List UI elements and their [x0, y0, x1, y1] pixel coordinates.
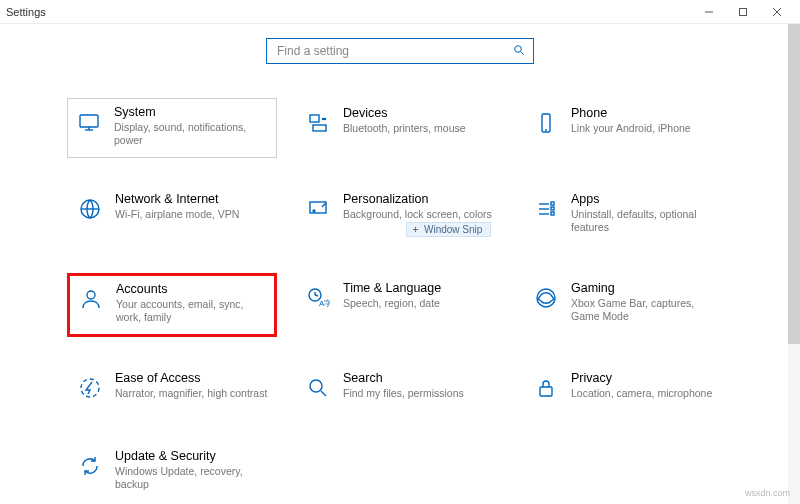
tile-desc: Display, sound, notifications, power [114, 121, 270, 147]
svg-rect-34 [540, 387, 552, 396]
search-icon [513, 44, 525, 59]
svg-point-11 [322, 118, 323, 119]
globe-icon [75, 194, 105, 224]
scrollbar[interactable] [788, 24, 800, 504]
window-snip-label: Window Snip [424, 224, 482, 235]
tile-desc: Windows Update, recovery, backup [115, 465, 269, 491]
svg-rect-22 [551, 202, 554, 205]
svg-rect-23 [551, 207, 554, 210]
tile-title: Devices [343, 106, 466, 120]
svg-point-32 [310, 380, 322, 392]
tile-desc: Speech, region, date [343, 297, 441, 310]
svg-rect-6 [80, 115, 98, 127]
tile-update-security[interactable]: Update & Security Windows Update, recove… [67, 441, 277, 503]
tile-search[interactable]: Search Find my files, permissions [295, 363, 505, 415]
svg-rect-1 [740, 8, 747, 15]
window-snip-overlay: Window Snip [406, 222, 491, 237]
svg-point-4 [515, 45, 522, 52]
settings-grid: System Display, sound, notifications, po… [0, 74, 800, 503]
gaming-icon [531, 283, 561, 313]
window-title: Settings [6, 6, 46, 18]
lock-icon [531, 373, 561, 403]
minimize-button[interactable] [692, 0, 726, 24]
display-icon [74, 107, 104, 137]
tile-title: Network & Internet [115, 192, 239, 206]
tile-time-language[interactable]: A字 Time & Language Speech, region, date [295, 273, 505, 337]
tile-desc: Link your Android, iPhone [571, 122, 691, 135]
svg-rect-24 [551, 212, 554, 215]
tile-desc: Location, camera, microphone [571, 387, 712, 400]
tile-title: Gaming [571, 281, 725, 295]
maximize-button[interactable] [726, 0, 760, 24]
tile-title: Ease of Access [115, 371, 267, 385]
tile-gaming[interactable]: Gaming Xbox Game Bar, captures, Game Mod… [523, 273, 733, 337]
tile-desc: Find my files, permissions [343, 387, 464, 400]
svg-point-12 [324, 118, 325, 119]
update-icon [75, 451, 105, 481]
tile-phone[interactable]: Phone Link your Android, iPhone [523, 98, 733, 158]
svg-rect-10 [313, 125, 326, 131]
devices-icon [303, 108, 333, 138]
tile-desc: Wi-Fi, airplane mode, VPN [115, 208, 239, 221]
search-category-icon [303, 373, 333, 403]
svg-rect-9 [310, 115, 319, 122]
ease-of-access-icon [75, 373, 105, 403]
tile-desc: Narrator, magnifier, high contrast [115, 387, 267, 400]
tile-desc: Xbox Game Bar, captures, Game Mode [571, 297, 725, 323]
tile-desc: Background, lock screen, colors [343, 208, 492, 221]
tile-title: Accounts [116, 282, 268, 296]
tile-title: Phone [571, 106, 691, 120]
svg-point-30 [537, 289, 555, 307]
tile-desc: Your accounts, email, sync, work, family [116, 298, 268, 324]
svg-point-31 [81, 379, 99, 397]
tile-title: Privacy [571, 371, 712, 385]
tile-title: Personalization [343, 192, 492, 206]
tile-desc: Bluetooth, printers, mouse [343, 122, 466, 135]
phone-icon [531, 108, 561, 138]
tile-network[interactable]: Network & Internet Wi-Fi, airplane mode,… [67, 184, 277, 246]
watermark: wsxdn.com [745, 488, 790, 498]
search-box[interactable] [266, 38, 534, 64]
titlebar: Settings [0, 0, 800, 24]
tile-system[interactable]: System Display, sound, notifications, po… [67, 98, 277, 158]
svg-text:A字: A字 [319, 299, 330, 308]
tile-privacy[interactable]: Privacy Location, camera, microphone [523, 363, 733, 415]
paintbrush-icon [303, 194, 333, 224]
tile-title: Time & Language [343, 281, 441, 295]
svg-line-33 [321, 391, 326, 396]
search-area [0, 24, 800, 74]
svg-point-18 [313, 210, 315, 212]
svg-point-25 [87, 291, 95, 299]
tile-devices[interactable]: Devices Bluetooth, printers, mouse [295, 98, 505, 158]
person-icon [76, 284, 106, 314]
close-button[interactable] [760, 0, 794, 24]
svg-line-28 [315, 295, 318, 296]
tile-title: Apps [571, 192, 725, 206]
svg-line-5 [521, 51, 524, 54]
tile-title: System [114, 105, 270, 119]
tile-ease-of-access[interactable]: Ease of Access Narrator, magnifier, high… [67, 363, 277, 415]
apps-icon [531, 194, 561, 224]
tile-apps[interactable]: Apps Uninstall, defaults, optional featu… [523, 184, 733, 246]
time-language-icon: A字 [303, 283, 333, 313]
scrollbar-thumb[interactable] [788, 24, 800, 344]
tile-accounts[interactable]: Accounts Your accounts, email, sync, wor… [67, 273, 277, 337]
tile-personalization[interactable]: Personalization Background, lock screen,… [295, 184, 505, 246]
tile-title: Update & Security [115, 449, 269, 463]
tile-desc: Uninstall, defaults, optional features [571, 208, 725, 234]
search-input[interactable] [275, 43, 513, 59]
tile-title: Search [343, 371, 464, 385]
